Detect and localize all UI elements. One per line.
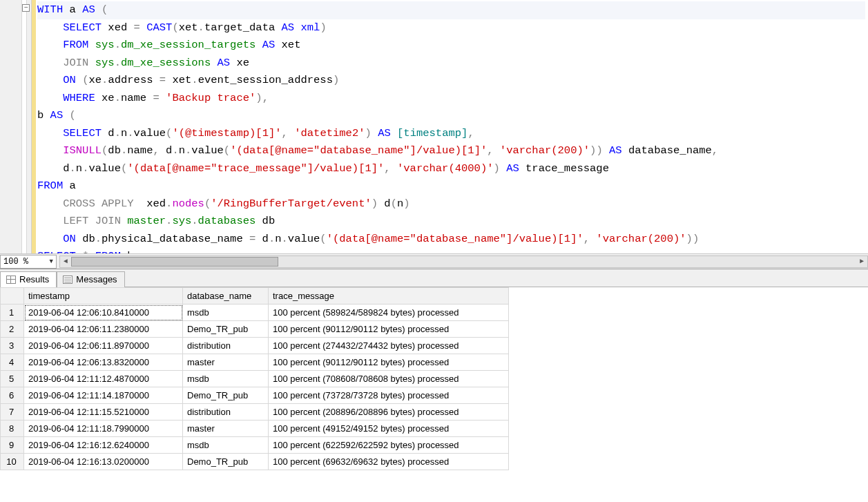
cell-trace_message[interactable]: 100 percent (708608/708608 bytes) proces…: [269, 371, 509, 387]
row-number[interactable]: 8: [1, 421, 24, 437]
row-number[interactable]: 7: [1, 404, 24, 421]
zoom-value: 100 %: [3, 257, 28, 267]
cell-trace_message[interactable]: 100 percent (90112/90112 bytes) processe…: [269, 354, 509, 371]
row-number[interactable]: 3: [1, 338, 24, 354]
code-line[interactable]: WITH a AS (: [37, 1, 865, 19]
code-line[interactable]: SELECT * FROM b: [37, 248, 865, 253]
code-line[interactable]: FROM sys.dm_xe_session_targets AS xet: [37, 37, 865, 55]
table-row[interactable]: 52019-06-04 12:11:12.4870000msdb100 perc…: [1, 371, 509, 387]
tab-results[interactable]: Results: [0, 271, 57, 287]
code-line[interactable]: b AS (: [37, 107, 865, 125]
cell-timestamp[interactable]: 2019-06-04 12:11:15.5210000: [24, 404, 183, 421]
cell-database_name[interactable]: distribution: [183, 404, 269, 421]
code-line[interactable]: LEFT JOIN master.sys.databases db: [37, 213, 865, 231]
cell-timestamp[interactable]: 2019-06-04 12:11:18.7990000: [24, 421, 183, 437]
cell-timestamp[interactable]: 2019-06-04 12:06:11.2380000: [24, 321, 183, 338]
row-number[interactable]: 10: [1, 454, 24, 470]
results-grid-icon: [6, 276, 16, 284]
code-line[interactable]: ISNULL(db.name, d.n.value('(data[@name="…: [37, 142, 865, 160]
results-grid-region[interactable]: timestampdatabase_nametrace_message12019…: [0, 287, 868, 502]
cell-trace_message[interactable]: 100 percent (208896/208896 bytes) proces…: [269, 404, 509, 421]
column-header-timestamp[interactable]: timestamp: [24, 288, 183, 305]
table-row[interactable]: 12019-06-04 12:06:10.8410000msdb100 perc…: [1, 305, 509, 321]
cell-timestamp[interactable]: 2019-06-04 12:06:13.8320000: [24, 354, 183, 371]
table-row[interactable]: 82019-06-04 12:11:18.7990000master100 pe…: [1, 421, 509, 437]
cell-database_name[interactable]: Demo_TR_pub: [183, 454, 269, 470]
editor-gutter: −: [0, 0, 32, 253]
horizontal-scrollbar[interactable]: ◄ ►: [59, 255, 868, 268]
code-line[interactable]: JOIN sys.dm_xe_sessions AS xe: [37, 55, 865, 73]
row-number[interactable]: 1: [1, 305, 24, 321]
cell-trace_message[interactable]: 100 percent (622592/622592 bytes) proces…: [269, 437, 509, 454]
cell-trace_message[interactable]: 100 percent (49152/49152 bytes) processe…: [269, 421, 509, 437]
code-text[interactable]: WITH a AS ( SELECT xed = CAST(xet.target…: [36, 0, 868, 253]
table-row[interactable]: 92019-06-04 12:16:12.6240000msdb100 perc…: [1, 437, 509, 454]
messages-icon: [63, 276, 73, 284]
results-tab-strip: Results Messages: [0, 269, 868, 287]
results-table[interactable]: timestampdatabase_nametrace_message12019…: [0, 287, 509, 470]
cell-trace_message[interactable]: 100 percent (589824/589824 bytes) proces…: [269, 305, 509, 321]
cell-database_name[interactable]: distribution: [183, 338, 269, 354]
tab-messages-label: Messages: [76, 274, 117, 284]
code-line[interactable]: ON (xe.address = xet.event_session_addre…: [37, 72, 865, 90]
code-line[interactable]: SELECT xed = CAST(xet.target_data AS xml…: [37, 19, 865, 37]
code-line[interactable]: WHERE xe.name = 'Backup trace'),: [37, 90, 865, 108]
sql-editor-region: − WITH a AS ( SELECT xed = CAST(xet.targ…: [0, 0, 868, 269]
column-header-trace_message[interactable]: trace_message: [269, 288, 509, 305]
code-line[interactable]: d.n.value('(data[@name="trace_message"]/…: [37, 160, 865, 178]
zoom-dropdown[interactable]: 100 % ▼: [0, 255, 57, 269]
code-line[interactable]: CROSS APPLY xed.nodes('/RingBufferTarget…: [37, 195, 865, 213]
cell-trace_message[interactable]: 100 percent (274432/274432 bytes) proces…: [269, 338, 509, 354]
cell-trace_message[interactable]: 100 percent (69632/69632 bytes) processe…: [269, 454, 509, 470]
cell-database_name[interactable]: master: [183, 421, 269, 437]
cell-timestamp[interactable]: 2019-06-04 12:16:13.0200000: [24, 454, 183, 470]
cell-database_name[interactable]: Demo_TR_pub: [183, 387, 269, 404]
cell-timestamp[interactable]: 2019-06-04 12:11:12.4870000: [24, 371, 183, 387]
editor-status-bar: 100 % ▼ ◄ ►: [0, 253, 868, 269]
cell-database_name[interactable]: Demo_TR_pub: [183, 321, 269, 338]
cell-timestamp[interactable]: 2019-06-04 12:06:10.8410000: [24, 305, 183, 321]
cell-database_name[interactable]: msdb: [183, 371, 269, 387]
tab-messages[interactable]: Messages: [57, 271, 124, 287]
row-number[interactable]: 6: [1, 387, 24, 404]
row-number[interactable]: 2: [1, 321, 24, 338]
cell-trace_message[interactable]: 100 percent (73728/73728 bytes) processe…: [269, 387, 509, 404]
scrollbar-thumb[interactable]: [71, 257, 278, 267]
table-row[interactable]: 32019-06-04 12:06:11.8970000distribution…: [1, 338, 509, 354]
tab-results-label: Results: [19, 274, 49, 284]
column-header-database_name[interactable]: database_name: [183, 288, 269, 305]
scroll-left-icon[interactable]: ◄: [60, 258, 71, 265]
code-line[interactable]: SELECT d.n.value('(@timestamp)[1]', 'dat…: [37, 125, 865, 143]
code-line[interactable]: FROM a: [37, 177, 865, 195]
code-line[interactable]: ON db.physical_database_name = d.n.value…: [37, 231, 865, 249]
table-row[interactable]: 102019-06-04 12:16:13.0200000Demo_TR_pub…: [1, 454, 509, 470]
cell-timestamp[interactable]: 2019-06-04 12:16:12.6240000: [24, 437, 183, 454]
code-area[interactable]: − WITH a AS ( SELECT xed = CAST(xet.targ…: [0, 0, 868, 253]
chevron-down-icon: ▼: [50, 258, 53, 265]
table-row[interactable]: 42019-06-04 12:06:13.8320000master100 pe…: [1, 354, 509, 371]
scroll-right-icon[interactable]: ►: [856, 258, 867, 265]
cell-database_name[interactable]: msdb: [183, 437, 269, 454]
table-row[interactable]: 72019-06-04 12:11:15.5210000distribution…: [1, 404, 509, 421]
row-number[interactable]: 4: [1, 354, 24, 371]
cell-timestamp[interactable]: 2019-06-04 12:06:11.8970000: [24, 338, 183, 354]
cell-trace_message[interactable]: 100 percent (90112/90112 bytes) processe…: [269, 321, 509, 338]
row-number[interactable]: 5: [1, 371, 24, 387]
cell-database_name[interactable]: master: [183, 354, 269, 371]
row-number[interactable]: 9: [1, 437, 24, 454]
cell-database_name[interactable]: msdb: [183, 305, 269, 321]
row-header-corner: [1, 288, 24, 305]
table-row[interactable]: 62019-06-04 12:11:14.1870000Demo_TR_pub1…: [1, 387, 509, 404]
cell-timestamp[interactable]: 2019-06-04 12:11:14.1870000: [24, 387, 183, 404]
collapse-toggle-icon[interactable]: −: [22, 4, 30, 12]
table-row[interactable]: 22019-06-04 12:06:11.2380000Demo_TR_pub1…: [1, 321, 509, 338]
